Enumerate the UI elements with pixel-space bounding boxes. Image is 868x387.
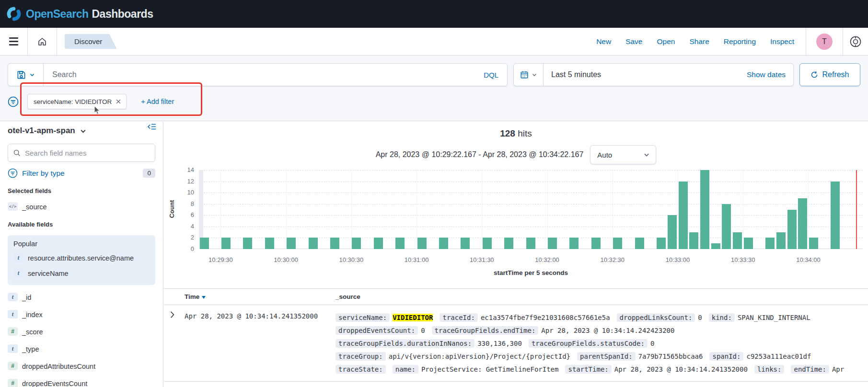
field-type-string-icon: t — [13, 269, 23, 277]
histogram-bar[interactable] — [668, 215, 677, 249]
field-item-droppedEventsCount[interactable]: #droppedEventsCount — [8, 379, 155, 387]
histogram-bar[interactable] — [287, 238, 296, 249]
home-button[interactable] — [28, 28, 57, 56]
chevron-down-icon — [80, 127, 87, 135]
time-column-header[interactable]: Time — [185, 293, 336, 300]
x-tick-label: 10:32:00 — [528, 256, 567, 263]
settings-button[interactable] — [843, 35, 868, 48]
histogram-bar[interactable] — [417, 238, 427, 249]
histogram-bar[interactable] — [243, 238, 252, 249]
histogram-bar[interactable] — [483, 238, 492, 249]
field-item-_score[interactable]: #_score — [8, 327, 155, 337]
histogram-bar[interactable] — [722, 204, 731, 249]
time-range-value[interactable]: Last 5 minutes — [551, 70, 601, 79]
query-language-button[interactable]: DQL — [475, 71, 507, 79]
saved-query-menu-button[interactable] — [8, 64, 44, 86]
expand-document-icon[interactable] — [170, 311, 175, 319]
nav-link-reporting[interactable]: Reporting — [724, 37, 756, 46]
histogram-bar[interactable] — [548, 238, 557, 249]
collapse-sidebar-icon[interactable] — [147, 123, 156, 131]
filter-pill-servicename[interactable]: serviceName: VIDIEDITOR — [27, 94, 127, 109]
show-dates-button[interactable]: Show dates — [747, 70, 786, 79]
avatar[interactable]: T — [816, 34, 833, 50]
field-item-_source[interactable]: </>_source — [8, 202, 155, 212]
add-filter-button[interactable]: + Add filter — [141, 98, 174, 105]
source-field-name: spanId: — [709, 352, 743, 361]
histogram-bar[interactable] — [200, 238, 209, 249]
histogram-bar[interactable] — [265, 238, 274, 249]
histogram-bar[interactable] — [765, 238, 775, 249]
filter-menu-icon[interactable] — [8, 96, 19, 107]
histogram-bar[interactable] — [776, 232, 786, 249]
nav-link-inspect[interactable]: Inspect — [770, 37, 794, 46]
field-item-_type[interactable]: t_type — [8, 344, 155, 354]
histogram-bar[interactable] — [733, 232, 742, 249]
highlighted-value: VIDIEDITOR — [393, 314, 433, 321]
histogram-bar[interactable] — [309, 238, 318, 249]
interval-select[interactable]: Auto — [590, 145, 656, 164]
field-item-droppedAttributesCount[interactable]: #droppedAttributesCount — [8, 362, 155, 371]
histogram-bar[interactable] — [374, 238, 383, 249]
breadcrumb-discover[interactable]: Discover — [65, 34, 116, 49]
histogram-bar[interactable] — [221, 238, 231, 249]
histogram-bar[interactable] — [679, 182, 688, 249]
histogram-bar[interactable] — [809, 238, 818, 249]
source-field-name: links: — [754, 365, 785, 374]
histogram-bar[interactable] — [657, 238, 666, 249]
histogram-bar[interactable] — [689, 232, 698, 249]
refresh-icon — [810, 71, 818, 79]
nav-link-new[interactable]: New — [596, 37, 611, 46]
toolbar-divider — [806, 28, 806, 56]
histogram-bar[interactable] — [330, 238, 339, 249]
x-tick-label: 10:29:30 — [201, 256, 240, 263]
source-field-name: traceState: — [336, 365, 386, 374]
calendar-icon — [520, 70, 529, 79]
refresh-button[interactable]: Refresh — [799, 63, 860, 86]
documents-table: Time _source Apr 28, 2023 @ 10:34:14.241… — [164, 288, 868, 382]
histogram-bar[interactable] — [591, 238, 601, 249]
field-item-_id[interactable]: t_id — [8, 293, 155, 302]
source-line: serviceName:VIDIEDITORtraceId:ec1a3574fb… — [336, 311, 868, 324]
search-input[interactable] — [44, 70, 475, 79]
nav-link-open[interactable]: Open — [657, 37, 675, 46]
index-pattern-select[interactable]: otel-v1-apm-span — [8, 125, 155, 137]
y-gridline — [199, 182, 863, 182]
discover-page: OpenSearchDashboards Discover NewSaveOpe… — [0, 0, 868, 387]
nav-link-share[interactable]: Share — [689, 37, 709, 46]
source-field-value: api/v{version:apiVersion}/Project/{proje… — [389, 353, 570, 360]
source-field-pair: traceGroup:api/v{version:apiVersion}/Pro… — [336, 352, 570, 361]
filter-by-type-button[interactable]: Filter by type 0 — [8, 168, 155, 178]
nav-link-save[interactable]: Save — [625, 37, 642, 46]
date-quick-menu-button[interactable] — [514, 64, 544, 86]
settings-icon — [849, 35, 862, 48]
source-field-value: SPAN_KIND_INTERNAL — [738, 314, 810, 321]
histogram-bar[interactable] — [504, 238, 513, 249]
field-search-box — [8, 144, 155, 162]
field-item-serviceName[interactable]: tserviceName — [13, 269, 150, 278]
histogram-bar[interactable] — [569, 238, 579, 249]
field-item-resource.attributes.service@name[interactable]: tresource.​attributes.​service@name — [13, 253, 150, 263]
field-item-_index[interactable]: t_index — [8, 310, 155, 319]
histogram-bar[interactable] — [744, 238, 753, 249]
source-field-pair: startTime:Apr 28, 2023 @ 10:34:14.241352… — [565, 365, 747, 374]
histogram-bar[interactable] — [798, 198, 807, 249]
histogram-bar[interactable] — [831, 182, 840, 249]
y-tick-label: 10 — [175, 189, 194, 196]
histogram-bar[interactable] — [787, 210, 797, 250]
histogram-bar[interactable] — [635, 238, 644, 249]
histogram-bar[interactable] — [439, 238, 448, 249]
field-search-input[interactable] — [25, 149, 150, 157]
histogram-bar[interactable] — [395, 238, 405, 249]
menu-button[interactable] — [0, 28, 27, 56]
x-tick-label: 10:31:30 — [463, 256, 501, 263]
histogram-bar[interactable] — [613, 238, 622, 249]
histogram-bar[interactable] — [461, 238, 470, 249]
histogram-bar[interactable] — [711, 243, 720, 249]
y-tick-label: 12 — [175, 178, 194, 185]
histogram-bar[interactable] — [700, 170, 709, 249]
close-icon[interactable] — [116, 99, 121, 104]
interval-value: Auto — [597, 151, 612, 159]
histogram-bar[interactable] — [352, 238, 361, 249]
source-field-name: parentSpanId: — [577, 352, 636, 361]
histogram-bar[interactable] — [526, 238, 535, 249]
